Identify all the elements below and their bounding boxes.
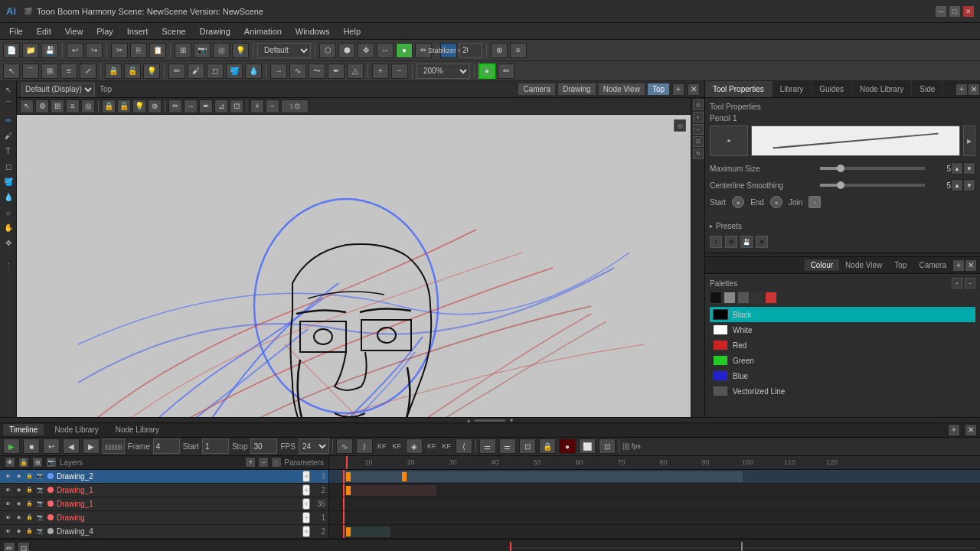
- max-size-down[interactable]: ▼: [963, 162, 975, 174]
- rp-tab-nodelibrary[interactable]: Node Library: [852, 81, 912, 97]
- layer-anim-drawing4[interactable]: ◈: [14, 527, 23, 536]
- nodeview-tab[interactable]: Node View: [839, 259, 888, 271]
- layer-cam-drawing[interactable]: 📷: [35, 513, 44, 522]
- vp-tab-top[interactable]: Top: [648, 83, 669, 95]
- lt-pan[interactable]: ✋: [2, 220, 15, 234]
- tb-camera[interactable]: 📷: [194, 43, 211, 58]
- centerline-down[interactable]: ▼: [963, 179, 975, 191]
- lh-eye[interactable]: 👁: [5, 457, 15, 468]
- tb2-poly[interactable]: △: [347, 64, 364, 79]
- lt-brush[interactable]: 🖌: [2, 129, 15, 142]
- vp-tab-nodeview[interactable]: Node View: [599, 83, 645, 95]
- vpr-zoom-out[interactable]: −: [693, 124, 704, 135]
- tb2-curve[interactable]: ∿: [289, 64, 306, 79]
- layer-anim-drawing[interactable]: ◈: [14, 513, 23, 522]
- tb2-color2[interactable]: ●: [479, 64, 495, 79]
- tb2-smooth[interactable]: 〜: [309, 64, 325, 79]
- vp-tb-crop[interactable]: ⊡: [230, 99, 243, 113]
- camera-tab[interactable]: Camera: [913, 259, 952, 271]
- lt-transform[interactable]: ✥: [2, 236, 15, 249]
- menu-animation[interactable]: Animation: [238, 25, 288, 37]
- tl-prev-frame[interactable]: ◀: [63, 439, 80, 454]
- layer-add-drawing[interactable]: +: [302, 512, 310, 523]
- tb2-contour[interactable]: ⌒: [22, 64, 39, 79]
- tb-undo[interactable]: ↩: [67, 43, 83, 58]
- tb-snap[interactable]: ⊕: [491, 43, 508, 58]
- minimize-button[interactable]: ─: [936, 6, 946, 17]
- tl-lock3[interactable]: 🔒: [539, 439, 556, 454]
- display-mode-select[interactable]: Default (Display): [21, 83, 95, 96]
- vp-tab-camera[interactable]: Camera: [518, 83, 555, 95]
- tl-kf1[interactable]: ◈: [406, 439, 423, 454]
- layer-row-drawing1b[interactable]: 👁 ◈ 🔒 📷 Drawing_1 + 36: [0, 497, 328, 511]
- vpr-fit[interactable]: ⊡: [693, 136, 704, 147]
- layer-lock-drawing2[interactable]: 🔒: [24, 471, 34, 481]
- lh-add[interactable]: +: [245, 457, 256, 468]
- menu-play[interactable]: Play: [90, 25, 119, 37]
- layer-add-drawing4[interactable]: +: [302, 526, 310, 537]
- tb2-brush2[interactable]: 🖌: [188, 64, 204, 79]
- swatch-darkest[interactable]: [751, 292, 763, 304]
- rp-tab-guides[interactable]: Guides: [812, 81, 852, 97]
- tb-grid[interactable]: ⊞: [175, 43, 191, 58]
- tl-kf2[interactable]: ⟨: [456, 439, 472, 454]
- colour-tab[interactable]: Colour: [805, 259, 839, 271]
- tl-stop-btn[interactable]: ■: [23, 439, 40, 454]
- tb2-pencil-icon[interactable]: ✏: [498, 64, 514, 79]
- palettes-expand[interactable]: +: [952, 259, 965, 272]
- layer-add-drawing2[interactable]: +: [302, 471, 310, 482]
- tl-tab-nodelibrary2[interactable]: Node Library: [109, 424, 165, 435]
- swatch-darkgray[interactable]: [737, 292, 750, 304]
- camera-indicator[interactable]: ◎: [674, 119, 686, 132]
- swatch-red[interactable]: [765, 292, 777, 304]
- vp-tb-grid2[interactable]: ⊞: [51, 99, 64, 113]
- tl-loop-control[interactable]: |||||||||||: [103, 439, 125, 454]
- layer-anim-drawing1a[interactable]: ◈: [14, 485, 23, 494]
- layer-cam-drawing1b[interactable]: 📷: [35, 499, 44, 508]
- layer-anim-drawing1b[interactable]: ◈: [14, 499, 23, 508]
- layer-eye-drawing1a[interactable]: 👁: [3, 485, 12, 494]
- lt-more[interactable]: ⋮: [2, 259, 15, 272]
- color-row-vline[interactable]: Vectorized Line: [710, 383, 975, 399]
- lh-lock[interactable]: 🔒: [18, 457, 29, 468]
- layer-add-drawing1b[interactable]: +: [302, 498, 310, 510]
- tb-light[interactable]: 💡: [232, 43, 249, 58]
- layer-add-drawing1a[interactable]: +: [302, 484, 310, 496]
- tb2-minus[interactable]: −: [391, 64, 408, 79]
- vp-tb-poly[interactable]: ⊿: [214, 99, 228, 113]
- preset-icon-1[interactable]: ↕: [710, 236, 722, 248]
- menu-help[interactable]: Help: [337, 25, 367, 37]
- lt-paint[interactable]: 🪣: [2, 174, 15, 188]
- tb-deform[interactable]: ⬡: [319, 43, 336, 58]
- layer-eye-drawing1b[interactable]: 👁: [3, 499, 12, 508]
- start-input[interactable]: [202, 439, 229, 454]
- vp-tb-lock[interactable]: 🔒: [102, 99, 116, 113]
- tb-move[interactable]: ✥: [358, 43, 374, 58]
- layer-row-drawing[interactable]: 👁 ◈ 🔒 📷 Drawing + 1: [0, 511, 328, 525]
- vp-tb-grid[interactable]: ⚙: [35, 99, 49, 113]
- vp-tb-center[interactable]: ⊕: [148, 99, 162, 113]
- vpr-zoom-in[interactable]: +: [693, 112, 704, 122]
- tb-deform2[interactable]: ⬢: [338, 43, 355, 58]
- color-row-white[interactable]: White: [710, 322, 975, 337]
- tl-close[interactable]: ✕: [965, 424, 977, 436]
- tl-curve[interactable]: ∿: [336, 439, 353, 454]
- tb2-reposition[interactable]: ⤢: [80, 64, 96, 79]
- tl-tab-timeline[interactable]: Timeline: [3, 424, 44, 435]
- tl-bone2[interactable]: ⚌: [499, 439, 516, 454]
- layer-cam-drawing4[interactable]: 📷: [35, 527, 44, 536]
- menu-edit[interactable]: Edit: [31, 25, 57, 37]
- viewport[interactable]: ↖ ⚙ ⊞ ≡ ◎ 🔒 🔓 💡 ⊕ ✏ → ✒ ⊿ ⊡: [17, 98, 691, 417]
- tb2-bucket[interactable]: 🪣: [226, 64, 243, 79]
- layer-cam-drawing1a[interactable]: 📷: [35, 485, 44, 494]
- tl-rewind-btn[interactable]: ↩: [43, 439, 60, 454]
- tb-paste[interactable]: 📋: [149, 43, 166, 58]
- canvas-area[interactable]: ◎: [17, 115, 691, 417]
- tb-align[interactable]: ≡: [510, 43, 527, 58]
- preset-icon-2[interactable]: ⟳: [725, 236, 737, 248]
- tl-next-frame[interactable]: ▶: [83, 439, 100, 454]
- tb2-select[interactable]: ↖: [3, 64, 20, 79]
- pal-add[interactable]: +: [952, 278, 962, 289]
- menu-insert[interactable]: Insert: [121, 25, 155, 37]
- max-size-up[interactable]: ▲: [951, 162, 963, 174]
